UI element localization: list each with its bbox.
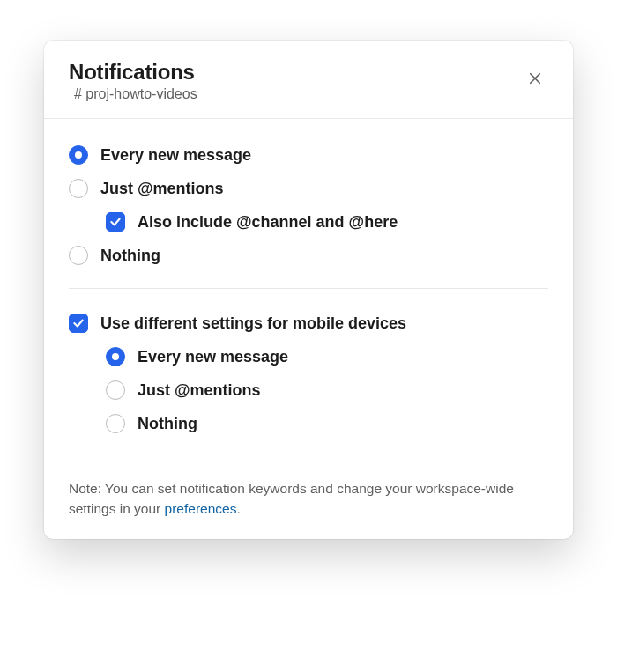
option-just-mentions[interactable]: Just @mentions	[69, 172, 548, 205]
radio-icon	[106, 347, 125, 366]
footer-note-prefix: Note: You can set notification keywords …	[69, 481, 514, 516]
mobile-option-nothing[interactable]: Nothing	[69, 407, 548, 440]
divider	[69, 288, 548, 289]
option-label: Use different settings for mobile device…	[100, 314, 406, 333]
option-mobile-toggle[interactable]: Use different settings for mobile device…	[69, 306, 548, 340]
mobile-option-just-mentions[interactable]: Just @mentions	[69, 373, 548, 407]
modal-footer-note: Note: You can set notification keywords …	[44, 462, 573, 539]
option-label: Also include @channel and @here	[138, 213, 398, 232]
notifications-modal: Notifications # proj-howto-videos Every …	[44, 41, 573, 539]
option-nothing[interactable]: Nothing	[69, 239, 548, 272]
option-label: Every new message	[100, 146, 251, 165]
preferences-link[interactable]: preferences	[165, 501, 237, 516]
option-label: Every new message	[138, 348, 288, 366]
option-every-new-message[interactable]: Every new message	[69, 138, 548, 172]
radio-icon	[69, 179, 88, 198]
option-label: Just @mentions	[100, 180, 224, 198]
checkbox-icon	[106, 212, 125, 232]
modal-title: Notifications	[69, 60, 197, 85]
option-label: Nothing	[100, 247, 160, 265]
header-text: Notifications # proj-howto-videos	[69, 60, 197, 102]
mobile-option-every-new-message[interactable]: Every new message	[69, 340, 548, 373]
modal-header: Notifications # proj-howto-videos	[44, 41, 573, 119]
footer-note-suffix: .	[236, 501, 240, 516]
option-label: Nothing	[138, 415, 197, 433]
radio-icon	[106, 414, 125, 433]
channel-name: # proj-howto-videos	[74, 86, 197, 102]
modal-body: Every new message Just @mentions Also in…	[44, 119, 573, 462]
radio-icon	[69, 145, 88, 165]
radio-icon	[69, 246, 88, 265]
option-label: Just @mentions	[138, 381, 261, 400]
radio-icon	[106, 380, 125, 400]
checkbox-icon	[69, 314, 88, 333]
close-button[interactable]	[522, 65, 548, 92]
option-include-channel-here[interactable]: Also include @channel and @here	[69, 205, 548, 239]
close-icon	[527, 70, 543, 86]
